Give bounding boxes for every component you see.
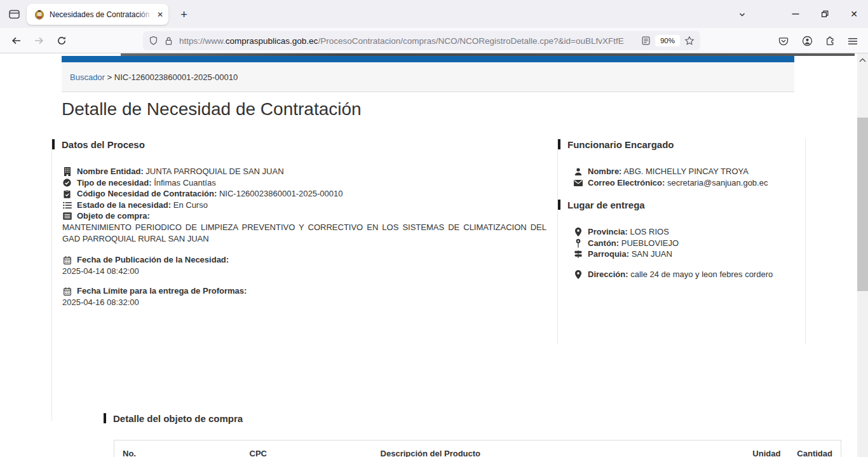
puzzle-icon (825, 36, 835, 46)
clipboard-check-icon (62, 189, 72, 198)
minimize-button[interactable] (786, 0, 805, 28)
navigation-toolbar: https://www.compraspublicas.gob.ec/Proce… (0, 28, 868, 53)
objeto-de-compra-text: MANTENIMIENTO PERIODICO DE LIMPIEZA PREV… (62, 222, 546, 244)
list-item: Correo Electrónico: secretaria@sanjuan.g… (573, 177, 805, 189)
browser-tab[interactable]: Necesidades de Contratación y ✕ (27, 4, 168, 25)
tab-list-button[interactable] (733, 6, 751, 22)
right-column: Funcionario Encargado Nombre: ABG. MICHE… (557, 139, 806, 344)
list-item: Nombre Entidad: JUNTA PARROQUIAL DE SAN … (62, 166, 557, 177)
section-bar (104, 413, 106, 423)
new-tab-button[interactable]: + (176, 6, 192, 22)
scrollbar-thumb[interactable] (857, 118, 868, 291)
objeto-compra-table: No. CPC Descripción del Producto Unidad … (114, 440, 841, 457)
list-icon (62, 201, 72, 210)
map-marker-icon (573, 228, 583, 236)
page-title: Detalle de Necesidad de Contratación (62, 99, 362, 119)
list-item: Código Necesidad de Contratación: NIC-12… (62, 188, 557, 200)
url-text[interactable]: https://www.compraspublicas.gob.ec/Proce… (179, 36, 641, 46)
list-item: Parroquia: SAN JUAN (573, 249, 805, 260)
pocket-icon (778, 36, 789, 46)
extensions-button[interactable] (821, 32, 839, 50)
datos-del-proceso-section: Datos del Proceso Nombre Entidad: JUNTA … (52, 139, 557, 308)
breadcrumb-separator: > (107, 72, 112, 82)
map-pin-icon (573, 239, 583, 248)
reload-button[interactable] (53, 32, 71, 50)
tab-favicon-icon (34, 10, 44, 20)
list-item: Provincia: LOS RIOS (573, 226, 805, 238)
section-bar (558, 200, 560, 210)
minimize-icon (792, 10, 799, 18)
firefox-view-button[interactable] (6, 7, 22, 22)
map-signs-icon (573, 250, 583, 259)
bookmark-star-icon[interactable] (684, 36, 695, 46)
list-item: Estado de la necesidad: En Curso (62, 200, 557, 211)
pocket-button[interactable] (775, 32, 792, 50)
back-arrow-icon (11, 36, 22, 46)
section-bar (52, 139, 55, 149)
account-button[interactable] (798, 32, 816, 50)
list-item: Objeto de compra: (62, 210, 557, 222)
firefox-view-icon (9, 10, 20, 19)
menu-button[interactable] (844, 32, 862, 50)
envelope-icon (573, 179, 583, 188)
reader-mode-icon[interactable] (641, 36, 651, 46)
url-bar[interactable]: https://www.compraspublicas.gob.ec/Proce… (143, 31, 700, 50)
list-alt-icon (62, 212, 72, 221)
forward-arrow-icon (34, 36, 44, 46)
account-icon (802, 36, 813, 46)
col-header-no: No. (114, 440, 144, 457)
list-item: Tipo de necesidad: Ínfimas Cuantías (62, 177, 557, 189)
calendar-icon (62, 256, 72, 264)
table-header-row: No. CPC Descripción del Producto Unidad … (114, 440, 841, 457)
section-heading: Datos del Proceso (62, 139, 557, 150)
restore-icon (820, 10, 829, 18)
list-item: Nombre: ABG. MICHELLY PINCAY TROYA (573, 166, 805, 177)
tab-close-icon[interactable]: ✕ (157, 10, 163, 19)
breadcrumb-link-buscador[interactable]: Buscador (70, 72, 105, 82)
page-content: Buscador > NIC-1260023860001-2025-00010 … (0, 53, 857, 457)
fecha-publicacion: Fecha de Publicación de la Necesidad: 20… (62, 254, 557, 276)
hamburger-icon (848, 37, 858, 46)
col-header-unidad: Unidad (744, 440, 789, 457)
restore-button[interactable] (815, 0, 834, 28)
lock-icon[interactable] (165, 36, 173, 46)
col-header-cantidad: Cantidad (789, 440, 841, 457)
col-header-descripcion: Descripción del Producto (372, 440, 745, 457)
reload-icon (57, 36, 67, 46)
col-header-cpc: CPC (144, 440, 372, 457)
browser-window: Necesidades de Contratación y ✕ + ✕ (0, 0, 868, 457)
process-columns: Datos del Proceso Nombre Entidad: JUNTA … (51, 139, 805, 421)
fecha-limite-value: 2025-04-16 08:32:00 (62, 297, 557, 308)
building-icon (62, 167, 72, 176)
chevron-down-icon (737, 10, 747, 20)
forward-button[interactable] (30, 32, 48, 50)
breadcrumb: Buscador > NIC-1260023860001-2025-00010 (62, 62, 794, 92)
window-close-button[interactable]: ✕ (844, 0, 864, 28)
zoom-level-badge[interactable]: 90% (655, 35, 680, 46)
fecha-publicacion-value: 2025-04-14 08:42:00 (62, 266, 557, 277)
map-marker-icon (573, 270, 583, 279)
lugar-heading: Lugar de entrega (573, 199, 805, 210)
funcionario-heading: Funcionario Encargado (573, 139, 805, 150)
vertical-scrollbar[interactable] (857, 53, 868, 457)
user-icon (573, 167, 583, 176)
list-item: Dirección: calle 24 de mayo y leon febre… (573, 269, 805, 280)
scroll-up-arrow-icon[interactable] (857, 55, 868, 65)
calendar-icon (62, 287, 72, 296)
blue-header-bar (62, 56, 794, 62)
breadcrumb-current: NIC-1260023860001-2025-00010 (114, 72, 238, 82)
titlebar: Necesidades de Contratación y ✕ + ✕ (0, 0, 868, 28)
back-button[interactable] (7, 32, 25, 50)
shield-icon[interactable] (149, 36, 158, 46)
list-item: Cantón: PUEBLOVIEJO (573, 238, 805, 249)
section-bar (558, 139, 560, 149)
tab-title: Necesidades de Contratación y (50, 10, 153, 19)
fecha-limite: Fecha Límite para la entrega de Proforma… (62, 285, 557, 308)
check-circle-icon (62, 179, 72, 188)
detalle-heading: Detalle del objeto de compra (114, 413, 243, 424)
